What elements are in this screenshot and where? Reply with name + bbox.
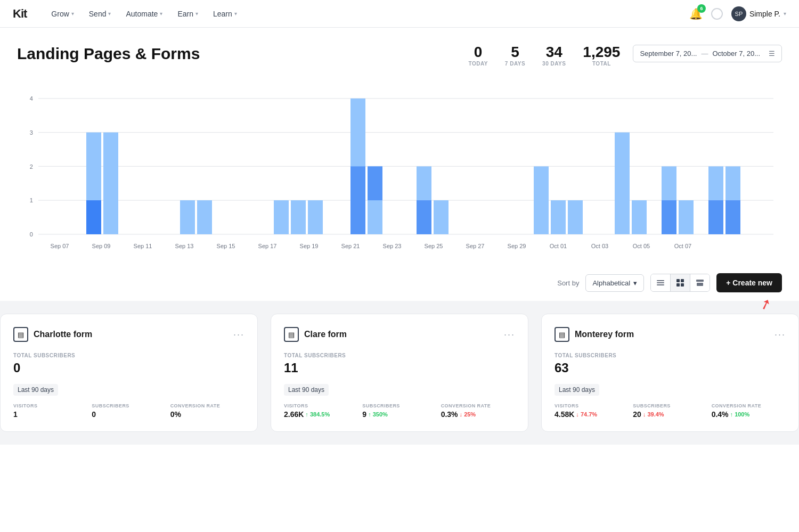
svg-rect-25 <box>534 166 549 234</box>
svg-text:Sep 15: Sep 15 <box>217 243 235 249</box>
svg-rect-55 <box>657 284 664 285</box>
create-new-wrapper: + Create new ➚ <box>716 273 782 292</box>
svg-rect-60 <box>696 280 704 282</box>
svg-text:Oct 07: Oct 07 <box>674 243 691 249</box>
sort-dropdown[interactable]: Alphabetical ▾ <box>585 274 644 292</box>
chevron-down-icon: ▾ <box>195 11 198 17</box>
card-clare-form: ▤ Clare form ··· TOTAL SUBSCRIBERS 11 La… <box>271 314 528 432</box>
create-new-button[interactable]: + Create new <box>716 273 782 292</box>
svg-text:Sep 27: Sep 27 <box>466 243 485 249</box>
svg-text:Sep 23: Sep 23 <box>383 243 402 249</box>
list-icon <box>656 279 665 287</box>
nav-item-grow[interactable]: Grow ▾ <box>44 0 81 28</box>
svg-rect-54 <box>657 282 664 283</box>
svg-rect-28 <box>615 133 630 234</box>
navbar: Kit Grow ▾ Send ▾ Automate ▾ Earn ▾ Lear… <box>0 0 799 28</box>
svg-rect-23 <box>417 200 431 234</box>
svg-text:Oct 01: Oct 01 <box>550 243 567 249</box>
svg-rect-58 <box>676 283 680 287</box>
archive-icon <box>696 279 704 287</box>
svg-text:3: 3 <box>30 129 33 136</box>
svg-text:Sep 19: Sep 19 <box>300 243 319 249</box>
svg-rect-29 <box>632 200 647 234</box>
avatar: SP <box>731 6 746 21</box>
archive-view-button[interactable] <box>690 274 710 291</box>
trend-up-icon: ↑ 350% <box>368 411 388 418</box>
nav-item-send[interactable]: Send ▾ <box>81 0 119 28</box>
nav-right: 🔔 6 SP Simple P. ▾ <box>689 6 786 21</box>
chevron-down-icon: ▾ <box>160 11 162 17</box>
svg-rect-34 <box>708 200 723 234</box>
svg-rect-32 <box>679 200 694 234</box>
form-icon: ▤ <box>555 327 569 342</box>
metric-subscribers: SUBSCRIBERS 9 ↑ 350% <box>362 403 436 419</box>
cards-grid: ▤ Charlotte form ··· TOTAL SUBSCRIBERS 0… <box>0 314 799 432</box>
metric-visitors: VISITORS 1 <box>13 403 87 419</box>
svg-rect-57 <box>681 279 684 282</box>
svg-rect-59 <box>681 283 684 287</box>
chevron-down-icon: ▾ <box>71 11 74 17</box>
svg-text:Sep 17: Sep 17 <box>258 243 277 249</box>
card-menu-button[interactable]: ··· <box>233 329 244 340</box>
card-header: ▤ Charlotte form ··· <box>13 327 244 342</box>
trend-down-icon: ↓ 74.7% <box>576 411 597 418</box>
card-header: ▤ Monterey form ··· <box>555 327 786 342</box>
card-title: Clare form <box>304 330 499 339</box>
card-menu-button[interactable]: ··· <box>504 329 515 340</box>
svg-text:Sep 29: Sep 29 <box>508 243 526 249</box>
svg-rect-16 <box>291 200 306 234</box>
form-icon: ▤ <box>284 327 299 342</box>
metric-subscribers: SUBSCRIBERS 0 <box>92 403 166 419</box>
chevron-down-icon: ▾ <box>784 11 786 17</box>
svg-rect-11 <box>86 200 101 234</box>
metric-conversion: CONVERSION RATE 0.3% ↓ 25% <box>441 403 515 419</box>
card-metrics: VISITORS 4.58K ↓ 74.7% SUBSCRIBERS 20 ↓ … <box>555 403 786 419</box>
svg-rect-14 <box>197 200 212 234</box>
notification-badge: 6 <box>697 4 706 13</box>
metric-visitors: VISITORS 4.58K ↓ 74.7% <box>555 403 629 419</box>
card-menu-button[interactable]: ··· <box>774 329 786 340</box>
nav-item-learn[interactable]: Learn ▾ <box>206 0 244 28</box>
stat-30days: 34 30 DAYS <box>542 45 566 67</box>
nav-item-earn[interactable]: Earn ▾ <box>170 0 206 28</box>
svg-text:Sep 21: Sep 21 <box>341 243 360 249</box>
menu-icon: ☰ <box>769 50 775 58</box>
nav-items: Grow ▾ Send ▾ Automate ▾ Earn ▾ Learn ▾ <box>44 0 244 28</box>
form-icon: ▤ <box>13 327 28 342</box>
chevron-down-icon: ▾ <box>234 11 237 17</box>
svg-rect-19 <box>368 166 382 200</box>
user-menu[interactable]: SP Simple P. ▾ <box>731 6 786 21</box>
logo[interactable]: Kit <box>13 7 27 21</box>
svg-rect-27 <box>568 200 583 234</box>
svg-text:Oct 03: Oct 03 <box>591 243 608 249</box>
svg-rect-17 <box>308 200 323 234</box>
stat-today: 0 TODAY <box>468 45 487 67</box>
page-header: Landing Pages & Forms 0 TODAY 5 7 DAYS 3… <box>17 45 782 67</box>
chevron-down-icon: ▾ <box>633 279 637 287</box>
bell-icon[interactable]: 🔔 6 <box>689 7 703 20</box>
nav-item-automate[interactable]: Automate ▾ <box>118 0 170 28</box>
list-view-button[interactable] <box>651 274 671 291</box>
stats-row: 0 TODAY 5 7 DAYS 34 30 DAYS 1,295 TOTAL <box>468 45 620 67</box>
svg-rect-36 <box>725 200 740 234</box>
view-toggle <box>650 274 710 292</box>
date-range-picker[interactable]: September 7, 20... — October 7, 20... ☰ <box>633 45 782 62</box>
svg-rect-56 <box>676 279 680 282</box>
card-charlotte-form: ▤ Charlotte form ··· TOTAL SUBSCRIBERS 0… <box>0 314 258 432</box>
trend-down-icon: ↓ 39.4% <box>643 411 664 418</box>
svg-rect-13 <box>180 200 195 234</box>
grid-view-button[interactable] <box>671 274 690 291</box>
svg-text:Sep 11: Sep 11 <box>134 243 152 249</box>
svg-text:1: 1 <box>30 197 33 203</box>
svg-rect-61 <box>697 283 703 286</box>
page-title: Landing Pages & Forms <box>17 45 468 63</box>
svg-rect-31 <box>662 200 676 234</box>
card-metrics: VISITORS 2.66K ↑ 384.5% SUBSCRIBERS 9 ↑ … <box>284 403 515 419</box>
svg-text:2: 2 <box>30 163 33 169</box>
stat-7days: 5 7 DAYS <box>505 45 525 67</box>
svg-rect-15 <box>274 200 289 234</box>
grid-icon <box>676 279 684 287</box>
svg-text:Sep 13: Sep 13 <box>175 243 194 249</box>
metric-visitors: VISITORS 2.66K ↑ 384.5% <box>284 403 358 419</box>
svg-rect-24 <box>434 200 449 234</box>
